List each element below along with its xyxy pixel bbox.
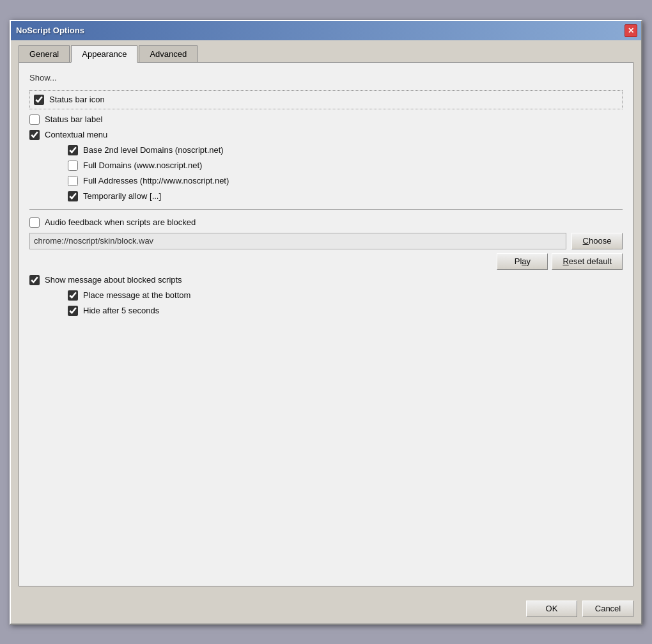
content-area: Show... Status bar icon Status bar label… <box>19 62 633 586</box>
show-message-label: Show message about blocked scripts <box>45 275 182 285</box>
status-bar-icon-label: Status bar icon <box>49 95 105 104</box>
temporarily-allow-checkbox[interactable] <box>68 191 78 201</box>
audio-path-input[interactable] <box>29 233 566 249</box>
status-bar-icon-checkbox[interactable] <box>34 95 44 105</box>
base-2nd-level-checkbox[interactable] <box>68 145 78 155</box>
full-domains-label: Full Domains (www.noscript.net) <box>83 161 202 170</box>
audio-feedback-label: Audio feedback when scripts are blocked <box>45 217 196 227</box>
audio-section: Audio feedback when scripts are blocked … <box>29 217 623 270</box>
footer-buttons: OK Cancel <box>11 594 641 624</box>
show-section-label: Show... <box>29 73 623 82</box>
dialog-window: NoScript Options ✕ General Appearance Ad… <box>10 20 642 625</box>
contextual-menu-label: Contextual menu <box>45 130 107 139</box>
status-bar-label-text: Status bar label <box>45 114 102 124</box>
status-bar-icon-row: Status bar icon <box>29 90 623 109</box>
contextual-menu-row: Contextual menu <box>29 130 623 140</box>
status-bar-label-row: Status bar label <box>29 114 623 125</box>
show-message-row: Show message about blocked scripts <box>29 275 623 285</box>
show-message-checkbox[interactable] <box>29 275 40 285</box>
tabs-row: General Appearance Advanced <box>11 40 641 62</box>
cancel-button[interactable]: Cancel <box>582 601 633 617</box>
play-label: Play <box>515 256 531 266</box>
message-section: Show message about blocked scripts Place… <box>29 275 623 316</box>
separator-1 <box>29 209 623 210</box>
tab-general[interactable]: General <box>19 45 70 62</box>
temporarily-allow-label: Temporarily allow [...] <box>83 191 161 201</box>
reset-default-label: Reset default <box>563 256 612 266</box>
contextual-menu-checkbox[interactable] <box>29 130 40 140</box>
titlebar: NoScript Options ✕ <box>11 21 641 40</box>
audio-feedback-row: Audio feedback when scripts are blocked <box>29 217 623 228</box>
audio-path-row: Choose <box>29 233 623 249</box>
play-button[interactable]: Play <box>497 253 548 270</box>
full-addresses-row: Full Addresses (http://www.noscript.net) <box>68 176 623 186</box>
close-button[interactable]: ✕ <box>625 24 637 37</box>
place-at-bottom-label: Place message at the bottom <box>83 290 190 300</box>
hide-after-label: Hide after 5 seconds <box>83 306 159 315</box>
play-reset-row: Play Reset default <box>29 253 623 270</box>
reset-default-button[interactable]: Reset default <box>552 253 623 270</box>
full-addresses-checkbox[interactable] <box>68 176 78 186</box>
tab-appearance[interactable]: Appearance <box>71 45 137 63</box>
tab-appearance-label: Appearance <box>82 49 127 59</box>
hide-after-checkbox[interactable] <box>68 306 78 316</box>
audio-feedback-checkbox[interactable] <box>29 217 40 228</box>
hide-after-row: Hide after 5 seconds <box>68 306 623 316</box>
tab-advanced-label: Advanced <box>150 49 187 59</box>
place-at-bottom-row: Place message at the bottom <box>68 290 623 301</box>
full-domains-checkbox[interactable] <box>68 161 78 171</box>
window-title: NoScript Options <box>16 26 84 35</box>
ok-button[interactable]: OK <box>526 601 577 617</box>
full-addresses-label: Full Addresses (http://www.noscript.net) <box>83 176 229 185</box>
base-2nd-level-row: Base 2nd level Domains (noscript.net) <box>68 145 623 155</box>
base-2nd-level-label: Base 2nd level Domains (noscript.net) <box>83 145 224 155</box>
choose-button[interactable]: Choose <box>571 233 623 249</box>
full-domains-row: Full Domains (www.noscript.net) <box>68 161 623 171</box>
status-bar-label-checkbox[interactable] <box>29 114 40 125</box>
place-at-bottom-checkbox[interactable] <box>68 290 78 301</box>
choose-label: Choose <box>583 236 612 246</box>
tab-general-label: General <box>29 49 59 59</box>
tab-advanced[interactable]: Advanced <box>139 45 198 62</box>
temporarily-allow-row: Temporarily allow [...] <box>68 191 623 201</box>
